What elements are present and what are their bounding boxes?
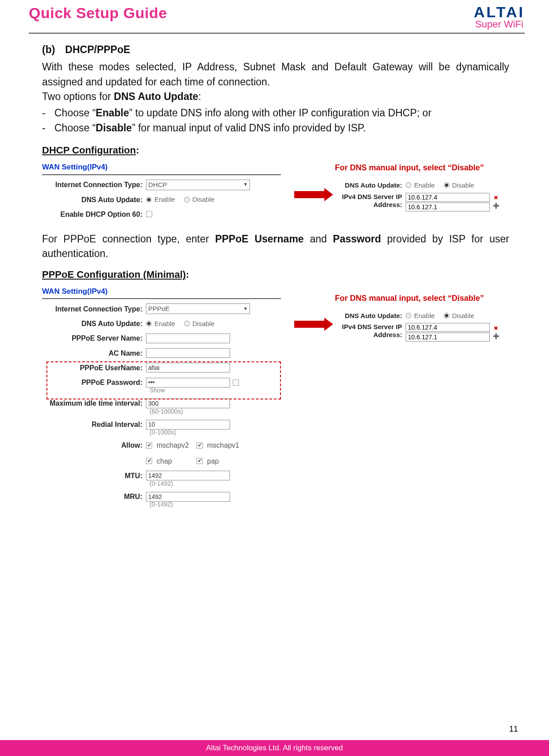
list-item-text: Choose “Disable” for manual input of val…	[54, 121, 509, 135]
add-icon[interactable]: ➕	[492, 203, 499, 210]
label-ac-name: AC Name:	[42, 348, 146, 358]
label-max-idle: Maximum idle time interval:	[42, 398, 146, 408]
chevron-down-icon: ▼	[243, 306, 248, 312]
bold-text: Enable	[96, 107, 129, 119]
label-dns-auto-update: DNS Auto Update:	[42, 195, 146, 205]
label-ipv4-dns: IPv4 DNS Server IP Address:	[335, 323, 406, 339]
section-b-paragraph-1: With these modes selected, IP Address, S…	[42, 60, 509, 89]
logo-subtitle: Super WiFi	[474, 19, 525, 29]
dns-ip-input-1[interactable]: 10.6.127.4	[406, 193, 490, 202]
radio-disable-label: Disable	[192, 195, 215, 204]
text: and	[304, 233, 333, 245]
ac-name-input[interactable]	[146, 348, 230, 358]
checkbox-pap[interactable]	[196, 458, 203, 464]
chevron-down-icon: ▼	[243, 181, 248, 188]
brand-logo: ALTAI Super WiFi	[474, 4, 525, 29]
radio-disable[interactable]	[444, 313, 449, 319]
label-dns-auto-update: DNS Auto Update:	[335, 180, 406, 190]
dhcp-subhead: DHCP Configuration:	[42, 143, 509, 157]
text: :	[198, 91, 201, 102]
radio-disable-label: Disable	[452, 180, 474, 190]
select-value: PPPoE	[148, 304, 169, 314]
page-number: 11	[509, 725, 518, 734]
radio-disable-label: Disable	[192, 319, 215, 329]
pppoe-username-input[interactable]: altai	[146, 363, 230, 372]
connection-type-select[interactable]: PPPoE ▼	[146, 303, 250, 314]
select-value: DHCP	[148, 180, 167, 190]
bullet-dash: -	[42, 121, 54, 135]
radio-disable[interactable]	[444, 182, 449, 188]
pppoe-wan-panel: WAN Setting(IPv4) Internet Connection Ty…	[42, 286, 290, 513]
underlined-heading: PPPoE Configuration (Minimal)	[42, 269, 186, 280]
label-pppoe-username: PPPoE UserName:	[42, 363, 146, 373]
label-connection-type: Internet Connection Type:	[42, 180, 146, 190]
radio-enable[interactable]	[146, 197, 152, 203]
dns-ip-input-2[interactable]: 10.6.127.1	[406, 333, 490, 342]
logo-text: ALTAI	[474, 4, 525, 19]
wan-setting-title: WAN Setting(IPv4)	[42, 162, 281, 175]
list-item: - Choose “Disable” for manual input of v…	[42, 121, 509, 135]
pppoe-server-input[interactable]	[146, 334, 230, 343]
dns-ip-input-2[interactable]: 10.6.127.1	[406, 203, 490, 211]
checkbox-option-60[interactable]	[146, 211, 152, 217]
wan-setting-title: WAN Setting(IPv4)	[42, 286, 281, 299]
radio-disable-label: Disable	[452, 311, 474, 321]
section-b-heading: (b) DHCP/PPPoE	[42, 42, 509, 57]
connection-type-select[interactable]: DHCP ▼	[146, 180, 250, 190]
pppoe-subhead: PPPoE Configuration (Minimal):	[42, 268, 509, 282]
show-password-checkbox[interactable]	[233, 380, 239, 386]
radio-enable[interactable]	[406, 182, 411, 188]
radio-disable[interactable]	[184, 321, 190, 326]
radio-enable[interactable]	[146, 321, 152, 326]
label-dhcp-option-60: Enable DHCP Option 60:	[42, 209, 146, 219]
bullet-dash: -	[42, 106, 54, 120]
red-note: For DNS manual input, select “Disable”	[335, 292, 509, 304]
bold-text: Disable	[96, 122, 132, 134]
label-mtu: MTU:	[42, 471, 146, 481]
label-pppoe-password: PPPoE Password:	[42, 377, 146, 388]
label-dns-auto-update: DNS Auto Update:	[42, 319, 146, 329]
list-item: - Choose “Enable” to update DNS info alo…	[42, 106, 509, 120]
label-allow: Allow:	[42, 440, 146, 450]
checkbox-chap[interactable]	[146, 458, 152, 464]
label-mru: MRU:	[42, 491, 146, 502]
label-ipv4-dns: IPv4 DNS Server IP Address:	[335, 193, 406, 209]
arrow-annotation	[294, 162, 325, 198]
list-item-text: Choose “Enable” to update DNS info along…	[54, 106, 509, 120]
arrow-icon	[294, 191, 325, 198]
underlined-heading: DHCP Configuration	[42, 145, 136, 156]
add-icon[interactable]: ➕	[492, 333, 499, 340]
radio-enable-label: Enable	[154, 195, 175, 204]
pppoe-callout: For DNS manual input, select “Disable” D…	[330, 286, 509, 345]
delete-icon[interactable]: ✖	[492, 195, 499, 202]
arrow-icon	[294, 321, 325, 328]
checkbox-label: mschapv1	[207, 440, 239, 450]
radio-disable[interactable]	[184, 197, 190, 203]
section-b-paragraph-2: Two options for DNS Auto Update:	[42, 89, 509, 104]
pppoe-intro-text: For PPPoE connection type, enter PPPoE U…	[42, 232, 509, 261]
radio-enable[interactable]	[406, 313, 411, 319]
radio-enable-label: Enable	[414, 180, 435, 190]
text: Choose “	[54, 107, 96, 119]
dns-ip-input-1[interactable]: 10.6.127.4	[406, 323, 490, 332]
checkbox-label: mschapv2	[157, 440, 192, 450]
checkbox-mschapv1[interactable]	[196, 442, 203, 449]
label-connection-type: Internet Connection Type:	[42, 304, 146, 314]
text: Two options for	[42, 91, 114, 102]
dhcp-wan-panel: WAN Setting(IPv4) Internet Connection Ty…	[42, 162, 290, 224]
text: Choose “	[54, 122, 96, 134]
dhcp-callout: For DNS manual input, select “Disable” D…	[330, 162, 509, 214]
red-note: For DNS manual input, select “Disable”	[335, 162, 509, 173]
radio-enable-label: Enable	[414, 311, 435, 321]
arrow-annotation	[294, 286, 325, 328]
radio-enable-label: Enable	[154, 319, 175, 329]
checkbox-label: pap	[207, 456, 219, 466]
delete-icon[interactable]: ✖	[492, 325, 499, 332]
bold-text: PPPoE Username	[215, 233, 303, 245]
text: ” to update DNS info along with other IP…	[129, 107, 432, 119]
label-redial: Redial Interval:	[42, 419, 146, 430]
bold-text: DNS Auto Update	[114, 91, 198, 102]
label-pppoe-server: PPPoE Server Name:	[42, 333, 146, 343]
bold-text: Password	[333, 233, 381, 245]
checkbox-mschapv2[interactable]	[146, 442, 152, 449]
